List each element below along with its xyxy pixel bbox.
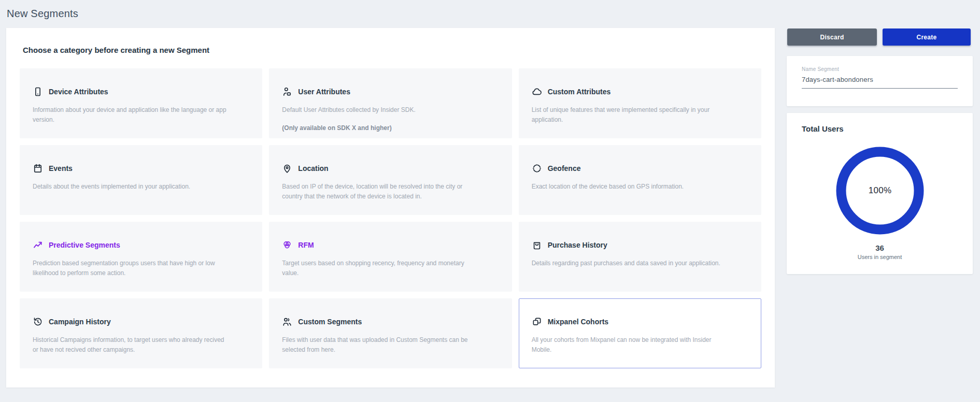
category-card-title: Purchase History [548, 241, 607, 249]
category-card-custom-segments[interactable]: Custom Segments Files with user data tha… [269, 298, 512, 368]
category-card-description: Default User Attributes collected by Ins… [282, 105, 479, 115]
category-card-description-note: (Only available on SDK X and higher) [282, 123, 479, 133]
name-segment-label: Name Segment [802, 66, 958, 72]
category-card-title: Device Attributes [49, 88, 108, 96]
panel-heading: Choose a category before creating a new … [23, 46, 209, 54]
category-panel: Choose a category before creating a new … [6, 28, 775, 387]
category-card-mixpanel-cohorts[interactable]: Mixpanel Cohorts All your cohorts from M… [519, 298, 761, 368]
category-card-description: Based on IP of the device, location will… [282, 182, 479, 202]
page-title: New Segments [7, 8, 78, 20]
mobile-icon [33, 87, 43, 97]
category-card-title: Events [49, 164, 73, 173]
category-card-events[interactable]: Events Details about the events implemen… [20, 145, 262, 215]
create-button[interactable]: Create [883, 28, 971, 46]
users-count: 36 [787, 243, 973, 252]
category-card-description: Files with user data that was uploaded i… [282, 335, 479, 355]
category-card-title: Predictive Segments [49, 241, 120, 249]
user-card-icon [282, 87, 292, 97]
category-card-title: Mixpanel Cohorts [548, 318, 608, 326]
donut-percent-label: 100% [835, 146, 925, 235]
link-squares-icon [532, 317, 542, 327]
users-icon [282, 317, 292, 327]
location-pin-icon [282, 163, 292, 174]
category-card-custom-attributes[interactable]: Custom Attributes List of unique feature… [519, 68, 761, 138]
category-card-campaign-history[interactable]: Campaign History Historical Campaigns in… [20, 298, 262, 368]
calendar-icon [33, 163, 43, 174]
users-count-caption: Users in segment [787, 254, 973, 260]
cloud-icon [532, 87, 542, 97]
venn-circles-icon [282, 240, 292, 250]
trend-arrow-icon [33, 240, 43, 250]
history-clock-icon [33, 317, 43, 327]
name-segment-input[interactable] [802, 76, 958, 89]
category-card-purchase-history[interactable]: Purchase History Details regarding past … [519, 222, 761, 292]
category-card-description: Details about the events implemented in … [33, 182, 230, 192]
category-card-title: RFM [298, 241, 314, 249]
discard-button[interactable]: Discard [787, 28, 877, 46]
category-card-description: Exact location of the device based on GP… [532, 182, 729, 192]
category-card-title: Campaign History [49, 318, 111, 326]
category-card-rfm[interactable]: RFM Target users based on shopping recen… [269, 222, 512, 292]
category-card-title: Custom Attributes [548, 88, 611, 96]
category-card-title: Custom Segments [298, 318, 362, 326]
category-card-title: Geofence [548, 164, 581, 173]
category-card-device-attributes[interactable]: Device Attributes Information about your… [20, 68, 262, 138]
shopping-bag-icon [532, 240, 542, 250]
total-users-card: Total Users 100% 36 Users in segment [787, 113, 973, 274]
category-card-description: Details regarding past purchases and dat… [532, 259, 729, 268]
geofence-crosshair-icon [532, 163, 542, 174]
category-card-predictive-segments[interactable]: Predictive Segments Prediction based seg… [20, 222, 262, 292]
category-card-description: Historical Campaigns information, to tar… [33, 335, 230, 355]
category-card-location[interactable]: Location Based on IP of the device, loca… [269, 145, 512, 215]
category-card-description: Target users based on shopping recency, … [282, 259, 479, 278]
category-card-description: Prediction based segmentation groups use… [33, 259, 230, 278]
category-card-title: User Attributes [298, 88, 350, 96]
name-segment-card: Name Segment [787, 56, 973, 106]
category-card-description: Information about your device and applic… [33, 105, 230, 125]
total-users-donut-chart: 100% [835, 146, 925, 235]
category-card-geofence[interactable]: Geofence Exact location of the device ba… [519, 145, 761, 215]
category-card-description: List of unique features that were implem… [532, 105, 729, 125]
total-users-heading: Total Users [802, 124, 844, 133]
category-card-description: All your cohorts from Mixpanel can now b… [532, 335, 729, 355]
category-grid: Device Attributes Information about your… [20, 68, 761, 368]
category-card-user-attributes[interactable]: User Attributes Default User Attributes … [269, 68, 512, 138]
category-card-title: Location [298, 164, 328, 173]
